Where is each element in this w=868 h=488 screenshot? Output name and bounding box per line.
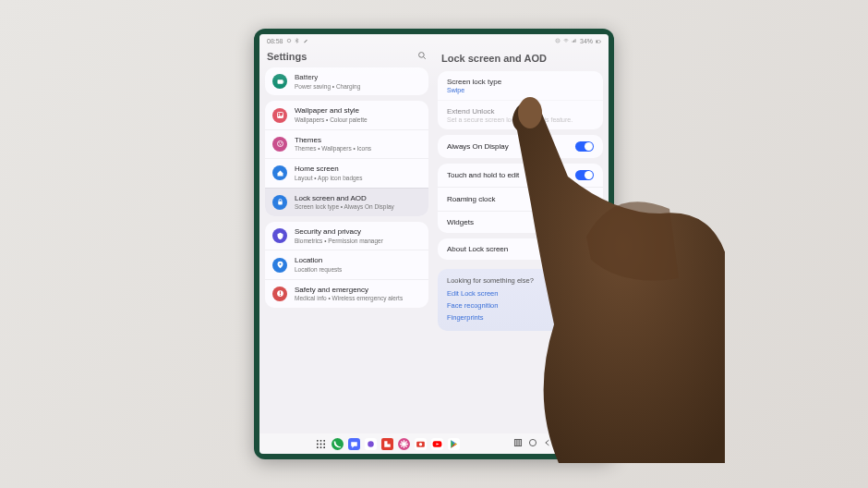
- home-icon: [272, 165, 287, 180]
- row-title: Lock screen and AOD: [295, 194, 421, 203]
- svg-point-28: [319, 446, 321, 448]
- detail-title: Lock screen and AOD: [441, 53, 599, 64]
- row-sub: Themes • Wallpapers • Icons: [295, 145, 421, 152]
- dock-app-camera[interactable]: [415, 438, 427, 450]
- svg-point-29: [323, 446, 325, 448]
- dock-app-youtube[interactable]: [431, 438, 443, 450]
- dnd-icon: [555, 38, 561, 43]
- svg-point-14: [281, 143, 282, 144]
- screen: 08:58: [259, 34, 609, 454]
- row-about-lock-screen[interactable]: About Lock screen: [438, 238, 603, 260]
- row-value: Swipe: [447, 87, 501, 93]
- battery-icon: [272, 74, 287, 89]
- device-frame: 08:58: [254, 29, 614, 459]
- row-sub: Wallpapers • Colour palette: [295, 116, 421, 124]
- row-extend-unlock: Extend Unlock Set a secure screen lock t…: [438, 100, 603, 129]
- suggestions-card: Looking for something else? Edit Lock sc…: [438, 269, 603, 331]
- bluetooth-icon: [295, 38, 300, 43]
- row-label: Widgets: [447, 218, 474, 226]
- suggestions-title: Looking for something else?: [447, 276, 594, 285]
- sos-icon: [272, 287, 287, 301]
- dock-app-chat[interactable]: [365, 438, 377, 450]
- svg-point-6: [419, 53, 425, 58]
- settings-row-home-screen[interactable]: Home screenLayout • App icon badges: [265, 158, 428, 187]
- lock-icon: [272, 195, 287, 210]
- battery-percent: 34%: [580, 38, 593, 44]
- wifi-icon: [563, 38, 569, 43]
- edit-icon: [303, 38, 308, 43]
- svg-point-21: [317, 439, 319, 441]
- settings-indicator-icon: [286, 38, 292, 43]
- svg-point-27: [317, 446, 319, 448]
- svg-point-30: [332, 438, 344, 450]
- dock-app-phone[interactable]: [332, 438, 344, 450]
- toggle-touch-edit[interactable]: [575, 170, 594, 180]
- row-title: Battery: [295, 73, 421, 82]
- dock-app-flipboard[interactable]: [381, 438, 393, 450]
- toggle-aod[interactable]: [575, 141, 594, 152]
- row-widgets[interactable]: Widgets: [438, 211, 603, 233]
- svg-rect-9: [283, 80, 283, 82]
- dock-app-playstore[interactable]: [448, 438, 460, 450]
- svg-rect-5: [600, 41, 601, 43]
- suggest-link-fingerprints[interactable]: Fingerprints: [447, 313, 594, 322]
- settings-master-pane: Settings BatteryPower saving • ChargingW…: [259, 47, 434, 433]
- suggest-link-face-recognition[interactable]: Face recognition: [447, 301, 594, 310]
- location-icon: [272, 258, 287, 273]
- status-time: 08:58: [267, 38, 283, 44]
- svg-rect-4: [597, 41, 597, 43]
- svg-point-15: [279, 144, 280, 145]
- row-label: Extend Unlock: [447, 107, 573, 116]
- battery-icon: [596, 38, 601, 43]
- row-label: Touch and hold to edit: [447, 171, 519, 179]
- svg-rect-8: [277, 79, 283, 84]
- row-title: Safety and emergency: [295, 286, 421, 295]
- row-title: Themes: [295, 136, 421, 145]
- themes-icon: [272, 137, 287, 152]
- settings-detail-pane: Lock screen and AOD Screen lock type Swi…: [434, 47, 609, 433]
- row-sub: Layout • App icon badges: [295, 175, 421, 182]
- svg-point-12: [277, 141, 283, 147]
- svg-rect-19: [279, 292, 280, 295]
- row-label: About Lock screen: [447, 245, 508, 253]
- svg-point-33: [368, 441, 374, 447]
- row-sub: Medical info • Wireless emergency alerts: [295, 295, 421, 302]
- svg-rect-20: [279, 295, 280, 296]
- wallpaper-icon: [272, 108, 287, 123]
- nav-home[interactable]: [528, 438, 537, 449]
- toggle-roaming-clock[interactable]: [575, 194, 594, 204]
- row-always-on-display[interactable]: Always On Display: [438, 135, 603, 158]
- settings-row-wallpaper-and-style[interactable]: Wallpaper and styleWallpapers • Colour p…: [265, 101, 428, 128]
- row-title: Wallpaper and style: [295, 106, 421, 116]
- dock-app-asterisk[interactable]: [398, 438, 410, 450]
- row-screen-lock-type[interactable]: Screen lock type Swipe: [438, 71, 603, 100]
- svg-line-7: [424, 57, 426, 59]
- nav-back[interactable]: [543, 438, 552, 449]
- svg-point-42: [418, 442, 421, 445]
- settings-row-safety-and-emergency[interactable]: Safety and emergencyMedical info • Wirel…: [265, 279, 428, 308]
- suggest-link-edit-lock-screen[interactable]: Edit Lock screen: [447, 289, 594, 298]
- settings-row-location[interactable]: LocationLocation requests: [265, 250, 428, 278]
- search-icon[interactable]: [417, 51, 427, 62]
- row-label: Screen lock type: [447, 78, 501, 86]
- shield-icon: [272, 228, 287, 243]
- svg-point-24: [317, 443, 319, 445]
- signal-icon: [572, 38, 577, 43]
- nav-recents[interactable]: [513, 438, 523, 449]
- row-label: Roaming clock: [447, 195, 495, 203]
- svg-point-26: [323, 443, 325, 445]
- settings-row-battery[interactable]: BatteryPower saving • Charging: [265, 67, 428, 95]
- status-bar: 08:58: [259, 34, 609, 47]
- settings-row-security-and-privacy[interactable]: Security and privacyBiometrics • Permiss…: [265, 222, 428, 250]
- svg-point-0: [287, 39, 291, 43]
- settings-row-lock-screen-and-aod[interactable]: Lock screen and AODScreen lock type • Al…: [265, 188, 428, 216]
- row-title: Security and privacy: [295, 227, 421, 237]
- app-dock: [259, 433, 609, 454]
- dock-app-messages[interactable]: [348, 438, 360, 450]
- row-roaming-clock[interactable]: Roaming clock: [438, 187, 603, 211]
- svg-point-22: [319, 439, 321, 441]
- row-title: Location: [295, 256, 421, 265]
- apps-drawer-icon[interactable]: [316, 439, 326, 449]
- settings-row-themes[interactable]: ThemesThemes • Wallpapers • Icons: [265, 129, 428, 158]
- row-touch-hold-edit[interactable]: Touch and hold to edit: [438, 164, 603, 187]
